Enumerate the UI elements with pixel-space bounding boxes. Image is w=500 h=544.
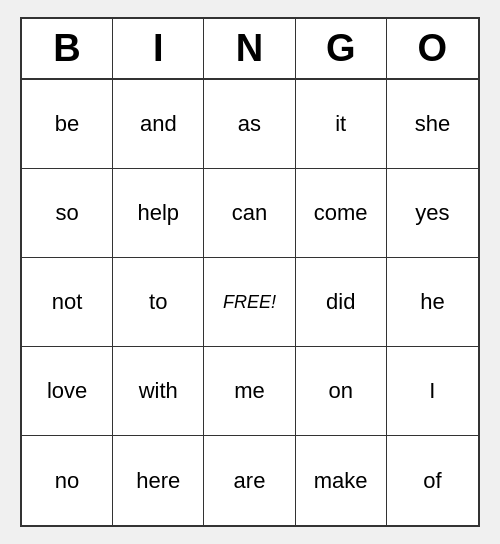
free-cell: FREE! <box>204 258 295 347</box>
header-cell-b: B <box>22 19 113 78</box>
grid-cell-17: me <box>204 347 295 436</box>
grid-cell-11: to <box>113 258 204 347</box>
grid-cell-3: it <box>296 80 387 169</box>
grid-cell-10: not <box>22 258 113 347</box>
header-cell-g: G <box>296 19 387 78</box>
grid-cell-21: here <box>113 436 204 525</box>
bingo-card: BINGO beandasitshesohelpcancomeyesnottoF… <box>20 17 480 527</box>
grid-cell-14: he <box>387 258 478 347</box>
grid-cell-0: be <box>22 80 113 169</box>
grid-cell-20: no <box>22 436 113 525</box>
grid-cell-6: help <box>113 169 204 258</box>
grid-cell-5: so <box>22 169 113 258</box>
grid-cell-13: did <box>296 258 387 347</box>
grid-cell-1: and <box>113 80 204 169</box>
header-cell-o: O <box>387 19 478 78</box>
grid-cell-23: make <box>296 436 387 525</box>
bingo-grid: beandasitshesohelpcancomeyesnottoFREE!di… <box>22 80 478 525</box>
grid-cell-8: come <box>296 169 387 258</box>
grid-cell-16: with <box>113 347 204 436</box>
bingo-header: BINGO <box>22 19 478 80</box>
grid-cell-19: I <box>387 347 478 436</box>
grid-cell-2: as <box>204 80 295 169</box>
grid-cell-7: can <box>204 169 295 258</box>
grid-cell-24: of <box>387 436 478 525</box>
grid-cell-18: on <box>296 347 387 436</box>
header-cell-i: I <box>113 19 204 78</box>
header-cell-n: N <box>204 19 295 78</box>
grid-cell-22: are <box>204 436 295 525</box>
grid-cell-9: yes <box>387 169 478 258</box>
grid-cell-15: love <box>22 347 113 436</box>
grid-cell-4: she <box>387 80 478 169</box>
